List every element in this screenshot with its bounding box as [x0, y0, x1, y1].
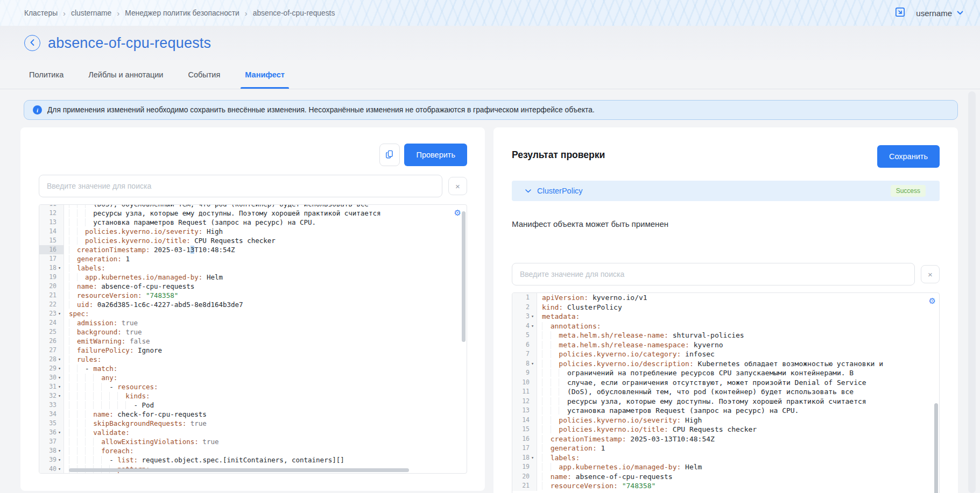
fold-toggle-icon[interactable]: ▾: [57, 391, 62, 401]
line-number: 18: [49, 263, 57, 273]
fold-toggle-icon[interactable]: ▾: [57, 465, 62, 474]
code-line[interactable]: 38▾ foreach:: [39, 446, 467, 455]
fold-toggle-icon[interactable]: ▾: [57, 373, 62, 382]
code-line[interactable]: 7 policies.kyverno.io/category: infosec: [512, 349, 939, 359]
code-line[interactable]: 2kind: ClusterPolicy: [512, 303, 939, 312]
tab-labels[interactable]: Лейблы и аннотации: [84, 60, 167, 89]
breadcrumb-item[interactable]: Менеджер политик безопасности: [125, 9, 239, 17]
code-line[interactable]: 36▾ validate:: [39, 428, 467, 437]
code-line[interactable]: 16 creationTimestamp: 2025-03-13T10:48:5…: [39, 245, 467, 254]
code-line[interactable]: 8▾ policies.kyverno.io/description: Kube…: [512, 359, 939, 369]
copy-button[interactable]: [379, 144, 400, 166]
code-line[interactable]: 19 app.kubernetes.io/managed-by: Helm: [512, 462, 939, 472]
fold-toggle-icon[interactable]: ▾: [57, 263, 62, 273]
code-line[interactable]: 20 name: absence-of-cpu-requests: [39, 282, 467, 291]
code-line[interactable]: 11 (DoS), обусловленный тем, что pod (ко…: [512, 387, 939, 397]
code-line[interactable]: 9 ограничений на потребление ресурсов CP…: [512, 368, 939, 378]
result-yaml-viewer[interactable]: 1apiVersion: kyverno.io/v12kind: Cluster…: [512, 292, 940, 493]
vertical-scrollbar[interactable]: [934, 294, 938, 493]
code-line[interactable]: 17 generation: 1: [512, 444, 939, 453]
external-link-button[interactable]: [894, 6, 906, 20]
code-line[interactable]: 11 (DoS), обусловленный тем, что pod (ко…: [39, 204, 467, 209]
code-line[interactable]: 6 meta.helm.sh/release-namespace: kyvern…: [512, 340, 939, 350]
code-line[interactable]: 5 meta.helm.sh/release-name: shturval-po…: [512, 331, 939, 340]
code-line[interactable]: 26 emitWarning: false: [39, 337, 467, 346]
code-line[interactable]: 18▾ labels:: [39, 263, 467, 273]
code-line[interactable]: 17 generation: 1: [39, 254, 467, 263]
breadcrumb-item[interactable]: Кластеры: [24, 9, 58, 17]
user-menu[interactable]: username: [916, 8, 964, 18]
page-scrollbar[interactable]: [968, 91, 976, 493]
fold-toggle-icon[interactable]: ▾: [530, 359, 535, 369]
code-line[interactable]: 10 случае, если ограничения отсутствуют,…: [512, 378, 939, 388]
editor-settings-button[interactable]: ⚙: [929, 296, 936, 306]
line-number: 39: [49, 455, 57, 465]
yaml-editor[interactable]: 11 (DoS), обусловленный тем, что pod (ко…: [39, 204, 467, 474]
code-line[interactable]: 13 установка параметров Request (запрос …: [512, 406, 939, 416]
code-line[interactable]: 34 name: check-for-cpu-requests: [39, 410, 467, 419]
line-number: 10: [522, 378, 530, 388]
clear-search-button[interactable]: ×: [921, 265, 940, 283]
horizontal-scrollbar[interactable]: [65, 468, 461, 472]
code-line[interactable]: 33 - Pod: [39, 401, 467, 410]
code-line[interactable]: 3▾metadata:: [512, 312, 939, 321]
scrollbar-thumb[interactable]: [69, 468, 409, 472]
code-line[interactable]: 13 установка параметров Request (запрос …: [39, 218, 467, 227]
fold-toggle-icon[interactable]: ▾: [57, 309, 62, 318]
code-line[interactable]: 12 ресурсы узла, которые ему доступны. П…: [39, 209, 467, 218]
code-line[interactable]: 31▾ - resources:: [39, 382, 467, 391]
code-line[interactable]: 14 policies.kyverno.io/severity: High: [39, 227, 467, 236]
code-line[interactable]: 23▾spec:: [39, 309, 467, 318]
fold-toggle-icon[interactable]: ▾: [57, 446, 62, 455]
code-line[interactable]: 35 skipBackgroundRequests: true: [39, 419, 467, 428]
code-line[interactable]: 28▾ rules:: [39, 355, 467, 364]
clusterpolicy-accordion[interactable]: ClusterPolicy Success: [512, 181, 940, 201]
fold-toggle-icon[interactable]: ▾: [57, 364, 62, 373]
code-line[interactable]: 20 name: absence-of-cpu-requests: [512, 472, 939, 482]
line-number: 4: [526, 321, 530, 331]
editor-settings-button[interactable]: ⚙: [454, 208, 461, 218]
code-line[interactable]: 19 app.kubernetes.io/managed-by: Helm: [39, 273, 467, 282]
scrollbar-thumb[interactable]: [934, 403, 938, 493]
tab-manifest[interactable]: Манифест: [241, 60, 289, 89]
save-button[interactable]: Сохранить: [877, 145, 940, 168]
line-number: 12: [49, 209, 57, 218]
code-line[interactable]: 15 policies.kyverno.io/title: CPU Reques…: [512, 425, 939, 434]
tab-policy[interactable]: Политика: [25, 60, 68, 89]
code-line[interactable]: 30▾ any:: [39, 373, 467, 382]
vertical-scrollbar[interactable]: [462, 206, 466, 467]
code-line[interactable]: 12 ресурсы узла, которые ему доступны. П…: [512, 397, 939, 406]
code-line[interactable]: 16 creationTimestamp: 2025-03-13T10:48:5…: [512, 434, 939, 444]
code-line[interactable]: 29▾ - match:: [39, 364, 467, 373]
code-line[interactable]: 25 background: true: [39, 327, 467, 337]
fold-toggle-icon[interactable]: ▾: [530, 312, 535, 321]
code-line[interactable]: 18▾ labels:: [512, 453, 939, 463]
code-line[interactable]: 24 admission: true: [39, 318, 467, 327]
fold-toggle-icon[interactable]: ▾: [57, 355, 62, 364]
fold-toggle-icon[interactable]: ▾: [57, 428, 62, 437]
code-line[interactable]: 21 resourceVersion: "748358": [512, 481, 939, 491]
fold-toggle-icon[interactable]: ▾: [57, 382, 62, 391]
code-line[interactable]: 1apiVersion: kyverno.io/v1: [512, 293, 939, 303]
breadcrumb-item[interactable]: clustername: [71, 9, 111, 17]
fold-toggle-icon[interactable]: ▾: [57, 455, 62, 465]
line-number: 17: [522, 444, 530, 453]
code-line[interactable]: 15 policies.kyverno.io/title: CPU Reques…: [39, 236, 467, 245]
check-button[interactable]: Проверить: [404, 144, 467, 166]
code-line[interactable]: 4▾ annotations:: [512, 321, 939, 331]
fold-toggle-icon[interactable]: ▾: [530, 453, 535, 463]
code-line[interactable]: 22 uid: 0a26d385-1c6c-4227-abd5-8e8d164b…: [39, 300, 467, 309]
manifest-search-input[interactable]: [39, 175, 442, 197]
scrollbar-thumb[interactable]: [462, 211, 466, 342]
fold-toggle-icon[interactable]: ▾: [530, 321, 535, 331]
result-search-input[interactable]: [512, 263, 915, 285]
code-line[interactable]: 27 failurePolicy: Ignore: [39, 346, 467, 355]
code-line[interactable]: 32▾ kinds:: [39, 391, 467, 401]
tab-events[interactable]: События: [184, 60, 224, 89]
code-line[interactable]: 21 resourceVersion: "748358": [39, 291, 467, 300]
code-line[interactable]: 14 policies.kyverno.io/severity: High: [512, 416, 939, 425]
back-button[interactable]: [24, 35, 40, 51]
clear-search-button[interactable]: ×: [448, 177, 467, 195]
code-line[interactable]: 37 allowExistingViolations: true: [39, 437, 467, 446]
code-line[interactable]: 39▾ - list: request.object.spec.[initCon…: [39, 455, 467, 465]
